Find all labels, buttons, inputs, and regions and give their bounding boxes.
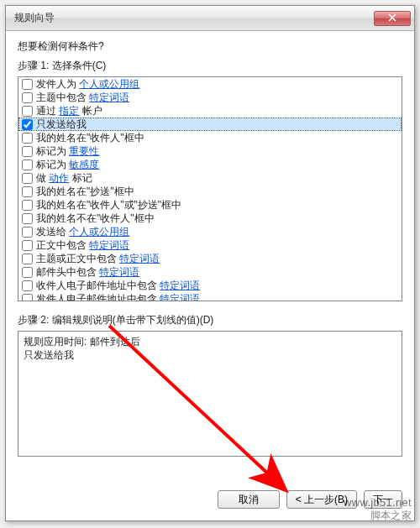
condition-checkbox[interactable] xyxy=(22,280,33,291)
condition-text: 我的姓名在"收件人"或"抄送"框中 xyxy=(36,198,181,212)
condition-checkbox[interactable] xyxy=(22,173,33,184)
condition-row[interactable]: 我的姓名不在"收件人"框中 xyxy=(18,212,402,225)
condition-link[interactable]: 特定词语 xyxy=(89,91,129,103)
next-button[interactable]: 下一 xyxy=(364,490,402,509)
condition-link[interactable]: 特定词语 xyxy=(89,239,129,251)
condition-link[interactable]: 敏感度 xyxy=(69,159,99,170)
condition-checkbox[interactable] xyxy=(22,159,33,170)
condition-checkbox[interactable] xyxy=(22,119,33,130)
close-button[interactable] xyxy=(374,11,411,26)
condition-text: 标记为 重要性 xyxy=(36,144,99,159)
condition-row[interactable]: 收件人电子邮件地址中包含 特定词语 xyxy=(18,279,402,292)
condition-checkbox[interactable] xyxy=(22,92,33,103)
description-line: 规则应用时间: 邮件到达后 xyxy=(24,335,396,348)
condition-checkbox[interactable] xyxy=(22,240,33,251)
condition-text: 发送给 个人或公用组 xyxy=(36,225,129,239)
condition-link[interactable]: 个人或公用组 xyxy=(69,226,129,238)
condition-text: 发件人为 个人或公用组 xyxy=(36,77,139,91)
condition-row[interactable]: 发送给 个人或公用组 xyxy=(18,225,402,238)
condition-checkbox[interactable] xyxy=(22,133,33,144)
condition-text: 发件人电子邮件地址中包含 特定词语 xyxy=(36,292,200,302)
button-bar: 取消 < 上一步(B) 下一 xyxy=(218,490,402,509)
condition-row[interactable]: 标记为 敏感度 xyxy=(18,158,402,171)
condition-row[interactable]: 主题或正文中包含 特定词语 xyxy=(18,252,402,265)
step1-label: 步骤 1: 选择条件(C) xyxy=(18,59,402,73)
condition-row[interactable]: 标记为 重要性 xyxy=(18,144,402,158)
condition-text: 邮件头中包含 特定词语 xyxy=(36,265,139,280)
condition-row[interactable]: 我的姓名在"收件人"框中 xyxy=(18,131,402,144)
conditions-listbox[interactable]: 发件人为 个人或公用组主题中包含 特定词语通过 指定 帐户只发送给我我的姓名在"… xyxy=(18,76,402,301)
cancel-button[interactable]: 取消 xyxy=(218,490,280,509)
condition-text: 我的姓名在"收件人"框中 xyxy=(36,131,144,145)
condition-checkbox[interactable] xyxy=(22,186,33,197)
condition-row[interactable]: 我的姓名在"收件人"或"抄送"框中 xyxy=(18,198,402,212)
condition-row[interactable]: 我的姓名在"抄送"框中 xyxy=(18,185,402,198)
condition-checkbox[interactable] xyxy=(22,146,33,157)
condition-row[interactable]: 发件人电子邮件地址中包含 特定词语 xyxy=(18,292,402,301)
condition-text: 正文中包含 特定词语 xyxy=(36,238,129,253)
condition-text: 做 动作 标记 xyxy=(36,171,92,186)
condition-text: 标记为 敏感度 xyxy=(36,158,99,172)
dialog-window: 规则向导 想要检测何种条件? 步骤 1: 选择条件(C) 发件人为 个人或公用组… xyxy=(5,5,415,521)
condition-text: 通过 指定 帐户 xyxy=(36,104,102,118)
close-icon xyxy=(388,13,396,24)
condition-link[interactable]: 重要性 xyxy=(69,145,99,157)
condition-checkbox[interactable] xyxy=(22,227,33,238)
condition-row[interactable]: 通过 指定 帐户 xyxy=(18,104,402,118)
condition-row[interactable]: 只发送给我 xyxy=(18,118,402,131)
condition-link[interactable]: 特定词语 xyxy=(160,280,200,291)
condition-checkbox[interactable] xyxy=(22,294,33,302)
condition-text: 只发送给我 xyxy=(36,118,87,132)
dialog-content: 想要检测何种条件? 步骤 1: 选择条件(C) 发件人为 个人或公用组主题中包含… xyxy=(6,31,414,467)
condition-link[interactable]: 特定词语 xyxy=(119,253,160,264)
condition-link[interactable]: 特定词语 xyxy=(160,293,200,302)
condition-row[interactable]: 正文中包含 特定词语 xyxy=(18,238,402,252)
description-line: 只发送给我 xyxy=(24,348,396,362)
condition-row[interactable]: 邮件头中包含 特定词语 xyxy=(18,265,402,279)
window-title: 规则向导 xyxy=(14,11,55,25)
back-button[interactable]: < 上一步(B) xyxy=(286,490,357,509)
condition-link[interactable]: 个人或公用组 xyxy=(79,78,139,90)
condition-checkbox[interactable] xyxy=(22,106,33,117)
condition-link[interactable]: 指定 xyxy=(59,105,79,117)
step2-label: 步骤 2: 编辑规则说明(单击带下划线的值)(D) xyxy=(18,313,402,327)
condition-checkbox[interactable] xyxy=(22,79,33,90)
condition-link[interactable]: 特定词语 xyxy=(99,266,139,278)
condition-checkbox[interactable] xyxy=(22,254,33,264)
condition-checkbox[interactable] xyxy=(22,213,33,224)
rule-description-box[interactable]: 规则应用时间: 邮件到达后 只发送给我 xyxy=(18,331,402,457)
condition-text: 收件人电子邮件地址中包含 特定词语 xyxy=(36,279,200,293)
condition-row[interactable]: 做 动作 标记 xyxy=(18,171,402,185)
condition-row[interactable]: 主题中包含 特定词语 xyxy=(18,91,402,104)
condition-text: 我的姓名不在"收件人"框中 xyxy=(36,212,155,226)
condition-row[interactable]: 发件人为 个人或公用组 xyxy=(18,77,402,91)
condition-text: 主题或正文中包含 特定词语 xyxy=(36,252,160,266)
condition-checkbox[interactable] xyxy=(22,267,33,278)
condition-text: 主题中包含 特定词语 xyxy=(36,91,129,105)
condition-text: 我的姓名在"抄送"框中 xyxy=(36,185,134,199)
question-text: 想要检测何种条件? xyxy=(18,39,402,54)
titlebar[interactable]: 规则向导 xyxy=(6,6,414,31)
condition-checkbox[interactable] xyxy=(22,200,33,211)
condition-link[interactable]: 动作 xyxy=(49,172,69,184)
